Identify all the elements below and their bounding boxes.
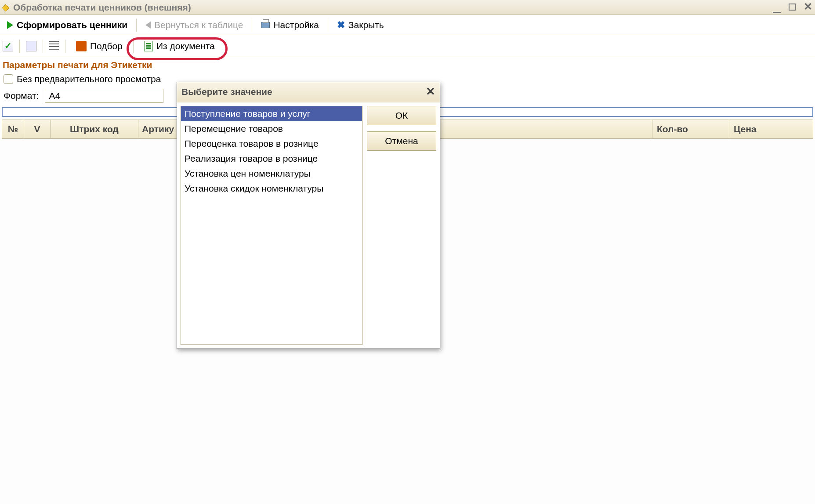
dialog-close-button[interactable]: ✕ [426, 85, 435, 98]
list-item[interactable]: Переоценка товаров в рознице [181, 136, 362, 151]
format-label: Формат: [4, 91, 39, 101]
section-heading: Параметры печати для Этикетки [0, 57, 815, 72]
pick-button[interactable]: Подбор [72, 39, 127, 53]
close-button[interactable]: ✖ Закрыть [333, 18, 388, 33]
minimize-icon [773, 12, 781, 13]
column-header-qty[interactable]: Кол-во [652, 120, 729, 138]
printer-icon [261, 22, 270, 28]
no-preview-label: Без предварительного просмотра [17, 74, 161, 84]
cancel-label: Отмена [385, 136, 418, 146]
restore-button[interactable] [789, 3, 796, 12]
from-document-label: Из документа [156, 41, 215, 51]
from-document-button[interactable]: Из документа [140, 39, 219, 53]
value-listbox[interactable]: Поступление товаров и услугПеремещение т… [181, 106, 362, 345]
dialog-titlebar: Выберите значение ✕ [177, 82, 440, 102]
ok-label: ОК [395, 110, 408, 121]
sort-icon[interactable] [49, 41, 59, 51]
close-window-button[interactable]: ✕ [804, 2, 812, 11]
dialog-title: Выберите значение [181, 87, 272, 97]
toolbar-separator [133, 40, 134, 53]
toolbar-separator [19, 40, 20, 53]
list-item[interactable]: Перемещение товаров [181, 121, 362, 136]
list-item[interactable]: Установка цен номенклатуры [181, 166, 362, 181]
document-green-icon [144, 41, 153, 51]
column-header-price[interactable]: Цена [729, 120, 813, 138]
copies-icon[interactable] [26, 41, 36, 51]
ok-button[interactable]: ОК [367, 106, 436, 125]
list-item[interactable]: Реализация товаров в рознице [181, 151, 362, 166]
settings-label: Настройка [273, 20, 319, 30]
column-header-article[interactable]: Артику [138, 120, 178, 138]
column-header-barcode[interactable]: Штрих код [51, 120, 138, 138]
pick-label: Подбор [90, 41, 123, 51]
close-label: Закрыть [348, 20, 384, 30]
close-x-icon: ✖ [337, 19, 345, 31]
list-item[interactable]: Установка скидок номенклатуры [181, 181, 362, 196]
back-to-table-label: Вернуться к таблице [154, 20, 243, 30]
generate-tags-button[interactable]: Сформировать ценники [3, 18, 132, 32]
generate-tags-label: Сформировать ценники [17, 20, 127, 30]
toolbar-separator [252, 18, 252, 32]
svg-marker-0 [2, 4, 9, 11]
back-arrow-icon [145, 22, 151, 29]
column-header-number[interactable]: № [2, 120, 24, 138]
format-input[interactable] [45, 89, 163, 103]
back-to-table-button[interactable]: Вернуться к таблице [141, 18, 247, 32]
play-icon [7, 21, 13, 29]
app-icon [2, 4, 10, 11]
toolbar-separator [43, 40, 43, 53]
column-header-v[interactable]: V [24, 120, 51, 138]
select-value-dialog: Выберите значение ✕ Поступление товаров … [177, 82, 440, 349]
settings-button[interactable]: Настройка [257, 18, 323, 32]
restore-icon [789, 4, 796, 11]
toolbar-separator [328, 18, 328, 32]
window-title: Обработка печати ценников (внешняя) [13, 2, 773, 13]
secondary-toolbar: Подбор Из документа [0, 35, 815, 57]
check-all-icon[interactable] [3, 41, 13, 51]
primary-toolbar: Сформировать ценники Вернуться к таблице… [0, 15, 815, 35]
no-preview-checkbox[interactable] [4, 74, 13, 84]
book-icon [76, 41, 87, 51]
toolbar-separator [136, 18, 137, 32]
list-item[interactable]: Поступление товаров и услуг [181, 106, 362, 121]
toolbar-separator [65, 40, 65, 53]
window-titlebar: Обработка печати ценников (внешняя) ✕ [0, 0, 815, 15]
cancel-button[interactable]: Отмена [367, 131, 436, 151]
minimize-button[interactable] [773, 3, 781, 12]
